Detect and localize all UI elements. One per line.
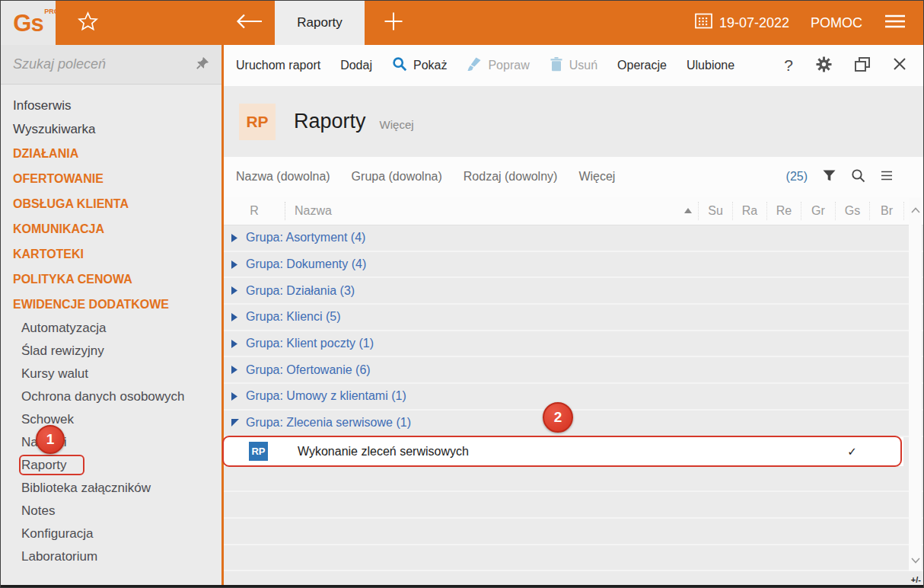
sidebar-item-dzia-ania[interactable]: DZIAŁANIA — [1, 141, 221, 166]
toolbar-button-label: Uruchom raport — [236, 59, 320, 72]
sidebar-item-ewidencje-dodatkowe[interactable]: EWIDENCJE DODATKOWE — [1, 292, 221, 317]
group-row-grupa-asortyment-4[interactable]: Grupa: Asortyment (4) — [224, 225, 923, 252]
sidebar-item-ofertowanie[interactable]: OFERTOWANIE — [1, 166, 221, 191]
group-row-grupa-klient-poczty-1[interactable]: Grupa: Klient poczty (1) — [224, 331, 923, 358]
empty-grid-row — [224, 492, 923, 519]
filter-wi-cej[interactable]: Więcej — [578, 170, 615, 184]
group-collapsed-icon[interactable] — [231, 366, 239, 374]
group-collapsed-icon[interactable] — [231, 313, 239, 321]
gear-icon — [816, 62, 832, 75]
toolbar-button-label: Operacje — [617, 59, 667, 72]
sidebar-item-schowek[interactable]: Schowek — [1, 408, 221, 431]
plus-icon — [382, 10, 405, 36]
sidebar-item-kartoteki[interactable]: KARTOTEKI — [1, 241, 221, 267]
window-bottom-edge — [1, 585, 923, 587]
settings-button[interactable] — [816, 56, 832, 75]
column-header-su[interactable]: Su — [698, 202, 732, 220]
column-header-re[interactable]: Re — [766, 202, 801, 220]
sidebar-item-automatyzacja[interactable]: Automatyzacja — [1, 317, 221, 340]
column-header-r[interactable]: R — [224, 204, 285, 218]
date-button[interactable]: 19-07-2022 — [695, 13, 789, 33]
toolbar-button-popraw[interactable]: Popraw — [467, 56, 529, 75]
filter-rodzaj-dowolny[interactable]: Rodzaj (dowolny) — [464, 170, 558, 184]
sidebar-item-ochrona-danych-osobowych[interactable]: Ochrona danych osobowych — [1, 385, 221, 408]
group-collapsed-icon[interactable] — [231, 392, 239, 401]
annotation-box-raporty — [19, 455, 84, 475]
column-header-ra[interactable]: Ra — [732, 202, 766, 220]
main-menu-button[interactable] — [884, 14, 906, 33]
sidebar-item-notes[interactable]: Notes — [1, 500, 221, 522]
sidebar: Szukaj poleceń InfoserwisWyszukiwarkaDZI… — [1, 45, 221, 585]
sidebar-item-biblioteka-za-cznik-w[interactable]: Biblioteka załączników — [1, 477, 221, 500]
group-collapsed-icon[interactable] — [231, 340, 239, 348]
group-label: Grupa: Działania (3) — [246, 284, 355, 298]
tab-raporty-label: Raporty — [297, 15, 343, 30]
brush-icon — [467, 56, 482, 75]
help-menu-button[interactable]: POMOC — [811, 15, 862, 31]
group-row-grupa-umowy-z-klientami-1[interactable]: Grupa: Umowy z klientami (1) — [224, 384, 923, 411]
toolbar-button-dodaj[interactable]: Dodaj — [340, 59, 372, 72]
close-module-button[interactable] — [893, 57, 906, 74]
toolbar-button-uruchom-raport[interactable]: Uruchom raport — [236, 59, 320, 72]
empty-grid-row — [224, 466, 923, 493]
current-date: 19-07-2022 — [719, 15, 789, 31]
toolbar-button-label: Usuń — [569, 59, 597, 72]
top-bar: Gs PRO Raporty — [1, 1, 923, 45]
tab-raporty[interactable]: Raporty — [275, 1, 365, 45]
group-row-grupa-klienci-5[interactable]: Grupa: Klienci (5) — [224, 305, 923, 331]
group-collapsed-icon[interactable] — [231, 260, 239, 269]
group-label: Grupa: Asortyment (4) — [246, 231, 365, 244]
scroll-up-icon[interactable] — [911, 203, 920, 216]
favorites-button[interactable] — [71, 11, 104, 34]
calendar-icon — [695, 13, 712, 33]
sidebar-item-lad-rewizyjny[interactable]: Ślad rewizyjny — [1, 340, 221, 363]
sidebar-item-polityka-cenowa[interactable]: POLITYKA CENOWA — [1, 267, 221, 292]
group-label: Grupa: Ofertowanie (6) — [246, 363, 371, 377]
group-expanded-icon[interactable] — [231, 419, 239, 427]
search-icon[interactable] — [851, 168, 865, 186]
column-header-nazwa[interactable]: Nazwa — [295, 204, 332, 218]
sidebar-item-laboratorium[interactable]: Laboratorium — [1, 545, 221, 568]
scroll-down-icon[interactable] — [911, 553, 920, 567]
pin-icon[interactable] — [196, 56, 209, 73]
toolbar-button-ulubione[interactable]: Ulubione — [687, 59, 734, 72]
toolbar-button-operacje[interactable]: Operacje — [617, 59, 667, 72]
filter-grupa-dowolna[interactable]: Grupa (dowolna) — [352, 170, 442, 184]
sidebar-item-obs-uga-klienta[interactable]: OBSŁUGA KLIENTA — [1, 191, 221, 216]
back-button[interactable] — [235, 1, 263, 45]
group-collapsed-icon[interactable] — [231, 234, 239, 242]
group-label: Grupa: Dokumenty (4) — [246, 257, 366, 271]
toolbar-button-usu[interactable]: Usuń — [550, 56, 597, 75]
group-row-grupa-zlecenia-serwisowe-1[interactable]: Grupa: Zlecenia serwisowe (1) — [224, 411, 923, 437]
content-panel: Uruchom raportDodajPokażPoprawUsuńOperac… — [221, 45, 923, 585]
sidebar-item-naklejki[interactable]: Naklejki — [1, 431, 221, 454]
group-row-grupa-dzia-ania-3[interactable]: Grupa: Działania (3) — [224, 278, 923, 305]
vertical-scrollbar[interactable] — [909, 198, 922, 571]
column-header-gs[interactable]: Gs — [835, 202, 869, 220]
expand-collapse-all-control[interactable]: +/- — [911, 575, 921, 584]
detach-window-button[interactable] — [855, 57, 870, 75]
group-collapsed-icon[interactable] — [231, 286, 239, 295]
header-more-link[interactable]: Więcej — [380, 118, 414, 131]
sidebar-menu: InfoserwisWyszukiwarkaDZIAŁANIAOFERTOWAN… — [1, 85, 221, 568]
command-search-box[interactable]: Szukaj poleceń — [1, 45, 221, 85]
hamburger-icon — [884, 17, 906, 32]
filter-funnel-icon[interactable] — [823, 170, 836, 184]
sidebar-item-wyszukiwarka[interactable]: Wyszukiwarka — [1, 117, 221, 141]
group-label: Grupa: Klient poczty (1) — [246, 337, 374, 350]
column-header-gr[interactable]: Gr — [801, 202, 835, 220]
group-row-grupa-dokumenty-4[interactable]: Grupa: Dokumenty (4) — [224, 252, 923, 279]
sort-ascending-icon[interactable] — [684, 208, 692, 213]
help-button[interactable]: ? — [784, 56, 793, 75]
list-options-icon[interactable] — [881, 170, 893, 184]
toolbar-button-poka[interactable]: Pokaż — [392, 56, 447, 75]
filter-nazwa-dowolna[interactable]: Nazwa (dowolna) — [236, 170, 330, 184]
sidebar-item-konfiguracja[interactable]: Konfiguracja — [1, 522, 221, 545]
sidebar-item-kursy-walut[interactable]: Kursy walut — [1, 363, 221, 385]
sidebar-item-infoserwis[interactable]: Infoserwis — [1, 94, 221, 117]
record-count: (25) — [786, 170, 808, 184]
sidebar-item-komunikacja[interactable]: KOMUNIKACJA — [1, 216, 221, 241]
column-header-br[interactable]: Br — [869, 202, 903, 220]
new-tab-button[interactable] — [377, 1, 410, 45]
group-row-grupa-ofertowanie-6[interactable]: Grupa: Ofertowanie (6) — [224, 357, 923, 384]
